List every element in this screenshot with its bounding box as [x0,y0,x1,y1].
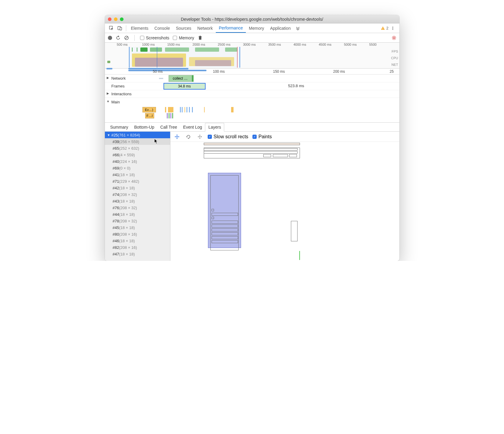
slow-scroll-rects-checkbox[interactable]: Slow scroll rects [208,134,249,139]
layer-row[interactable]: #44(18 × 18) [105,211,170,218]
track-label: Network [105,76,141,81]
btab-bottom-up[interactable]: Bottom-Up [131,123,157,131]
checkbox-icon [173,36,177,40]
layer-id: #82 [113,245,119,250]
overview-side-labels: FPS CPU NET [391,48,398,68]
layer-id: #74 [113,192,119,197]
memory-label: Memory [179,35,194,40]
layer-row[interactable]: #41(18 × 18) [105,171,170,178]
zoom-window-button[interactable] [120,17,124,21]
layer-id: #45 [113,225,119,230]
clear-icon[interactable] [124,35,129,40]
layer-list[interactable]: #25(761 × 8264) #39(256 × 559)#65(252 × … [105,132,170,261]
layer-dim: (208 × 16) [119,232,137,237]
tab-sources[interactable]: Sources [173,23,194,33]
kebab-menu-icon[interactable] [389,24,397,32]
network-block[interactable]: collect … [169,75,192,82]
paints-checkbox[interactable]: Paints [252,134,272,139]
settings-gear-icon[interactable] [392,35,396,40]
overview-ticks: 500 ms 1000 ms 1500 ms 2000 ms 2500 ms 3… [105,43,399,46]
layer-id: #25 [111,133,118,137]
flame-block[interactable]: F…l [145,113,154,118]
layer-row[interactable]: #69(0 × 0) [105,165,170,171]
track-label: Main [105,100,141,104]
layer-dim: (761 × 8264) [118,133,140,137]
btab-event-log[interactable]: Event Log [180,123,205,131]
layer-row[interactable]: #78(208 × 32) [105,218,170,224]
memory-checkbox[interactable]: Memory [173,35,194,40]
btab-call-tree[interactable]: Call Tree [157,123,180,131]
layer-row[interactable]: #43(18 × 18) [105,198,170,204]
inspect-element-icon[interactable] [107,24,116,32]
record-button[interactable] [108,36,112,40]
track-main[interactable]: Main [105,98,399,106]
warning-icon [381,26,385,30]
warnings-badge[interactable]: 2 [381,26,388,30]
layer-row[interactable]: #45(18 × 18) [105,224,170,231]
layer-row[interactable]: #82(208 × 16) [105,244,170,251]
pan-icon[interactable] [173,133,181,140]
toggle-device-icon[interactable] [116,24,124,32]
layer-id: #71 [113,179,119,184]
bottom-tab-strip: Summary Bottom-Up Call Tree Event Log La… [105,123,399,132]
layer-row[interactable]: #65(252 × 632) [105,145,170,151]
layer-row[interactable]: #76(208 × 32) [105,204,170,211]
layer-dim: (18 × 18) [119,225,135,230]
svg-rect-10 [199,37,201,40]
track-network[interactable]: Network collect … [105,75,399,82]
layer-row[interactable]: #71(229 × 482) [105,178,170,185]
flame-block[interactable]: Ev…) [142,107,156,112]
reload-profile-icon[interactable] [116,35,121,40]
layer-3d-viewer[interactable] [170,142,333,261]
layer-id: #44 [113,212,119,217]
layers-pane: #25(761 × 8264) #39(256 × 559)#65(252 × … [105,132,399,261]
layer-row[interactable]: #39(256 × 559) [105,138,170,145]
btab-layers[interactable]: Layers [205,123,224,132]
overview-selection[interactable] [129,47,240,68]
layer-row[interactable]: #40(224 × 16) [105,158,170,165]
track-interactions[interactable]: Interactions [105,90,399,98]
tab-application[interactable]: Application [267,23,294,33]
layer-row-root[interactable]: #25(761 × 8264) [105,132,170,138]
mouse-cursor-icon [154,139,158,144]
layer-row[interactable]: #74(208 × 32) [105,191,170,198]
tab-performance[interactable]: Performance [216,23,246,33]
layer-row[interactable]: #66(4 × 559) [105,151,170,158]
layer-dim: (18 × 18) [119,186,135,190]
frame-block[interactable]: 34.8 ms [163,83,206,90]
svg-line-9 [125,37,128,39]
layer-row[interactable]: #80(208 × 16) [105,231,170,237]
layer-row[interactable]: #42(18 × 18) [105,185,170,191]
layer-dim: (18 × 18) [119,252,135,256]
overview-canvas[interactable] [105,47,387,68]
btab-summary[interactable]: Summary [107,123,131,131]
track-frames[interactable]: Frames 34.8 ms 523.8 ms [105,82,399,90]
tab-console[interactable]: Console [151,23,173,33]
frame-label: 523.8 ms [288,84,304,88]
flame-chart[interactable]: 50 ms 100 ms 150 ms 200 ms 25 Network co… [105,69,399,123]
layer-row[interactable]: #46(18 × 18) [105,237,170,244]
layer-dim: (4 × 559) [119,153,135,157]
svg-line-18 [393,36,393,37]
minimize-window-button[interactable] [114,17,118,21]
rotate-icon[interactable] [185,133,192,140]
layer-id: #46 [113,239,119,243]
svg-point-24 [199,136,200,137]
more-tabs-icon[interactable] [294,24,302,32]
tab-elements[interactable]: Elements [128,23,151,33]
reset-icon[interactable] [196,133,203,140]
close-window-button[interactable] [108,17,111,21]
tab-memory[interactable]: Memory [246,23,267,33]
layer-id: #66 [113,153,119,157]
layer-dim: (208 × 32) [119,206,137,210]
layer-id: #78 [113,219,119,223]
layer-row[interactable]: #47(18 × 18) [105,251,170,257]
layer-id: #43 [113,199,119,203]
screenshots-checkbox[interactable]: Screenshots [140,35,170,40]
tab-network[interactable]: Network [194,23,216,33]
checkbox-icon [252,135,257,139]
gc-icon[interactable] [198,35,203,40]
layer-id: #42 [113,186,119,190]
timeline-overview[interactable]: 500 ms 1000 ms 1500 ms 2000 ms 2500 ms 3… [105,43,399,69]
layer-dim: (208 × 32) [119,219,137,223]
